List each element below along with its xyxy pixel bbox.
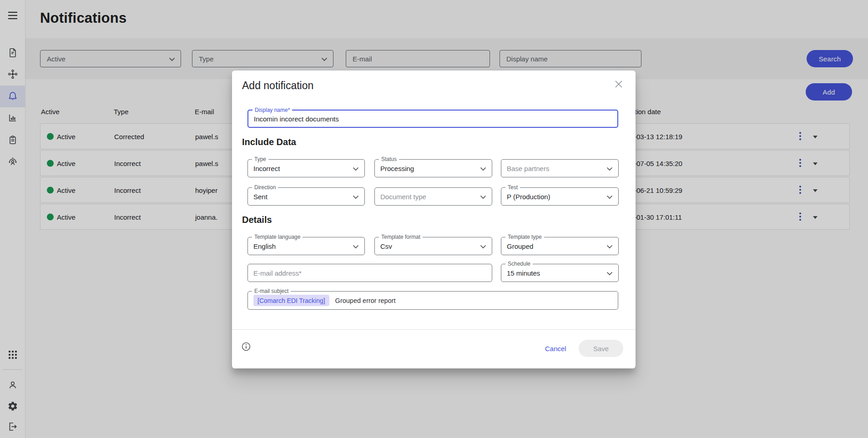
chevron-down-icon [353,165,359,172]
chevron-down-icon [606,165,613,172]
template-language-value: English [253,242,353,250]
test-select[interactable]: Test P (Production) [501,187,619,206]
type-select[interactable]: Type Incorrect [247,159,365,177]
close-icon [615,80,623,90]
test-label: Test [505,184,520,191]
base-partners-select[interactable]: Base partners [501,159,619,177]
add-notification-modal: Add notification Display name* Incomin i… [232,70,636,368]
template-type-label: Template type [505,233,544,241]
chevron-down-icon [480,165,486,172]
schedule-value: 15 minutes [507,269,606,277]
save-button-label: Save [593,345,609,352]
type-label: Type [252,156,268,163]
status-value: Processing [380,165,480,172]
close-button[interactable] [613,80,624,91]
email-subject-label: E-mail subject [252,287,291,295]
status-select[interactable]: Status Processing [374,159,492,177]
chevron-down-icon [480,193,486,201]
email-subject-text: Grouped error report [335,297,396,304]
chevron-down-icon [353,242,359,250]
save-button[interactable]: Save [579,340,623,357]
display-name-label: Display name* [252,106,292,114]
email-address-input[interactable]: E-mail address* [247,264,492,282]
status-label: Status [379,156,399,163]
template-format-select[interactable]: Template format Csv [374,237,492,255]
schedule-select[interactable]: Schedule 15 minutes [501,264,619,282]
info-button[interactable] [240,342,252,353]
template-type-value: Grouped [507,242,606,250]
display-name-value: Incomin incorect documents [254,115,339,123]
chevron-down-icon [606,193,613,201]
template-type-select[interactable]: Template type Grouped [501,237,619,255]
template-language-label: Template language [252,233,303,241]
email-subject-chip: [Comarch EDI Tracking] [253,295,329,306]
template-format-value: Csv [380,242,480,250]
direction-select[interactable]: Direction Sent [247,187,365,206]
schedule-label: Schedule [505,260,533,267]
chevron-down-icon [606,242,613,250]
document-type-select[interactable]: Document type [374,187,492,206]
chevron-down-icon [606,269,613,277]
email-address-placeholder: E-mail address* [253,269,486,277]
modal-title: Add notification [242,80,313,92]
email-subject-input[interactable]: E-mail subject [Comarch EDI Tracking] Gr… [247,291,618,310]
template-format-label: Template format [379,233,423,241]
display-name-field[interactable]: Display name* Incomin incorect documents [247,110,618,128]
chevron-down-icon [353,193,359,201]
info-icon [241,342,251,353]
document-type-placeholder: Document type [380,193,480,201]
include-data-heading: Include Data [242,137,296,147]
direction-label: Direction [252,184,278,191]
details-heading: Details [242,215,272,225]
modal-footer-divider [232,329,636,330]
base-partners-placeholder: Base partners [507,165,606,172]
chevron-down-icon [480,242,486,250]
test-value: P (Production) [507,193,606,201]
type-value: Incorrect [253,165,353,172]
direction-value: Sent [253,193,353,201]
template-language-select[interactable]: Template language English [247,237,365,255]
cancel-button[interactable]: Cancel [540,343,572,354]
